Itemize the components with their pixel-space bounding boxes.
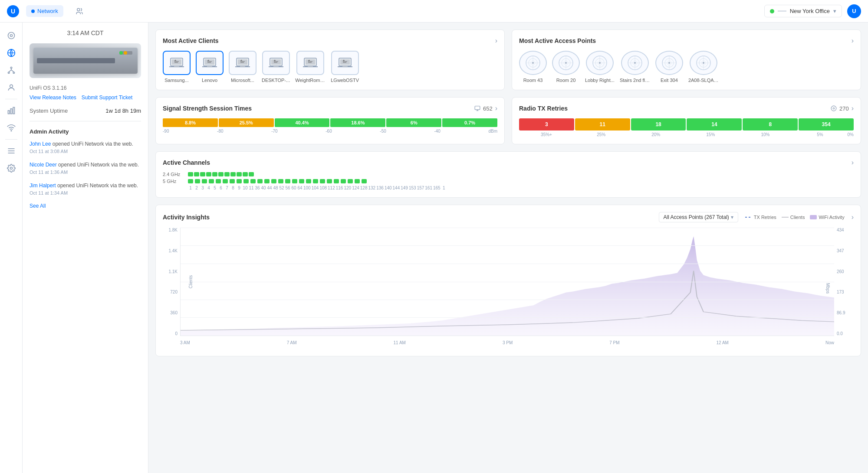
- nav-tab-network[interactable]: Network: [26, 5, 63, 17]
- sidebar-icon-network[interactable]: [3, 45, 19, 61]
- client-item[interactable]: Microsoft...: [229, 51, 256, 83]
- site-divider: [778, 11, 786, 11]
- channel-number: 116: [336, 186, 343, 190]
- channel-number: 112: [328, 186, 335, 190]
- signal-bar: 0.7%: [442, 118, 497, 127]
- sidebar-icon-topology[interactable]: [3, 62, 19, 78]
- svg-point-4: [8, 72, 9, 73]
- signal-range-label: -60: [326, 129, 380, 134]
- channel-number: 48: [273, 186, 278, 190]
- clients-arrow[interactable]: ›: [495, 37, 497, 45]
- channel-number: 6: [218, 186, 224, 190]
- client-item[interactable]: Samsung...: [163, 51, 191, 83]
- channel-5-bar: [264, 179, 270, 183]
- submit-ticket-link[interactable]: Submit Support Ticket: [82, 95, 132, 101]
- channel-number: 140: [385, 186, 392, 190]
- channel-5-bar: [237, 179, 242, 183]
- radio-count: 270: [839, 105, 849, 112]
- radio-bar: 14: [687, 118, 742, 130]
- sidebar-icon-wireless[interactable]: [3, 120, 19, 136]
- laptop-icon: [202, 55, 217, 71]
- channels-5-bars: [188, 179, 854, 183]
- ubiquiti-logo[interactable]: U: [7, 5, 19, 17]
- client-item[interactable]: DESKTOP-...: [262, 51, 290, 83]
- svg-point-5: [13, 72, 14, 73]
- laptop-icon: [169, 55, 184, 71]
- client-item[interactable]: LGwebOSTV: [331, 51, 359, 83]
- signal-labels: -90-80-70-60-50-40dBm: [163, 129, 497, 134]
- site-selector[interactable]: New York Office ▾: [764, 5, 842, 17]
- sidebar-icon-home[interactable]: [3, 28, 19, 43]
- ap-item[interactable]: Lobby Right...: [585, 51, 615, 83]
- channel-24-bar: [230, 172, 236, 176]
- channels-header: Active Channels ›: [163, 159, 854, 166]
- insights-arrow[interactable]: ›: [852, 213, 854, 221]
- channel-24-bar: [243, 172, 248, 176]
- radio-arrow[interactable]: ›: [852, 104, 854, 112]
- client-item[interactable]: Lenovo: [196, 51, 224, 83]
- svg-point-3: [10, 67, 12, 69]
- os-links: View Release Notes Submit Support Ticket: [30, 95, 141, 101]
- channels-spacer: [163, 186, 184, 190]
- activity-time: Oct 11 at 1:36 AM: [30, 170, 141, 175]
- channels-arrow[interactable]: ›: [852, 159, 854, 166]
- ap-selector[interactable]: All Access Points (267 Total) ▾: [659, 212, 738, 222]
- sidebar-icon-statistics[interactable]: [3, 103, 19, 118]
- nav-left: U Network: [7, 5, 89, 18]
- chevron-down-icon: ▾: [833, 8, 836, 14]
- signal-card-header: Signal Strength Session Times 652 ›: [163, 104, 497, 112]
- svg-rect-8: [10, 109, 12, 114]
- channel-number: 1: [441, 186, 447, 190]
- svg-point-14: [10, 167, 12, 170]
- channel-5-bar: [348, 179, 353, 183]
- view-release-notes-link[interactable]: View Release Notes: [30, 95, 76, 101]
- svg-rect-20: [207, 66, 212, 67]
- ap-item[interactable]: Room 20: [552, 51, 580, 83]
- ap-name: Room 20: [556, 78, 576, 83]
- see-all-link[interactable]: See All: [30, 203, 46, 209]
- radio-range-label: 35%+: [519, 132, 574, 137]
- activity-text: Jim Halpert opened UniFi Network via the…: [30, 182, 141, 189]
- active-channels-card: Active Channels › 2.4 GHz 5 GHz 12345678…: [155, 151, 861, 198]
- channel-number: 8: [230, 186, 236, 190]
- ap-item[interactable]: 2A08-SLQA-...: [688, 51, 719, 83]
- sidebar: [0, 23, 23, 473]
- ap-name: Stairs 2nd floor: [620, 78, 650, 83]
- os-version: UniFi OS 3.1.16: [30, 85, 141, 91]
- channel-5-bar: [362, 179, 367, 183]
- channel-number: 7: [224, 186, 230, 190]
- channel-number: 2: [194, 186, 199, 190]
- client-item[interactable]: WeightRomOf...: [295, 51, 326, 83]
- channel-number: 64: [297, 186, 302, 190]
- sidebar-icon-clients[interactable]: [3, 80, 19, 95]
- ap-item[interactable]: Stairs 2nd floor: [620, 51, 650, 83]
- chart-y-left-axis: 1.8K 1.4K 1.1K 720 360 0: [163, 228, 180, 336]
- channel-number: 5: [212, 186, 217, 190]
- uptime-value: 1w 1d 8h 19m: [105, 108, 141, 114]
- channel-number: 44: [267, 186, 272, 190]
- signal-card-title: Signal Strength Session Times: [163, 105, 252, 112]
- signal-arrow[interactable]: ›: [495, 104, 497, 112]
- ap-icon: [621, 51, 649, 75]
- sidebar-icon-list[interactable]: [3, 143, 19, 159]
- activity-user[interactable]: Nicole Deer: [30, 162, 57, 168]
- ap-item[interactable]: Room 43: [519, 51, 547, 83]
- laptop-icon: [337, 55, 353, 71]
- x-now: Now: [825, 340, 834, 345]
- svg-rect-29: [308, 66, 313, 67]
- nav-tab-users[interactable]: [70, 5, 89, 18]
- clients-legend-label: Clients: [790, 215, 805, 220]
- activity-user[interactable]: John Lee: [30, 141, 51, 147]
- sidebar-icon-settings[interactable]: [3, 160, 19, 176]
- activity-user[interactable]: Jim Halpert: [30, 183, 56, 189]
- y-left-1.1k: 1.1K: [168, 269, 178, 274]
- ap-name: 2A08-SLQA-...: [688, 78, 719, 83]
- user-avatar[interactable]: U: [847, 4, 861, 18]
- signal-bar: 40.4%: [275, 118, 330, 127]
- channel-5-bar: [278, 179, 283, 183]
- chart-legend: TX Retries Clients WiFi Activity: [745, 215, 845, 220]
- ap-item[interactable]: Exit 304: [655, 51, 683, 83]
- chart-label-clients: Clients: [181, 228, 834, 336]
- radio-tx-card: Radio TX Retries 270 › 31118148354 35%+2…: [512, 97, 861, 144]
- aps-arrow[interactable]: ›: [852, 37, 854, 45]
